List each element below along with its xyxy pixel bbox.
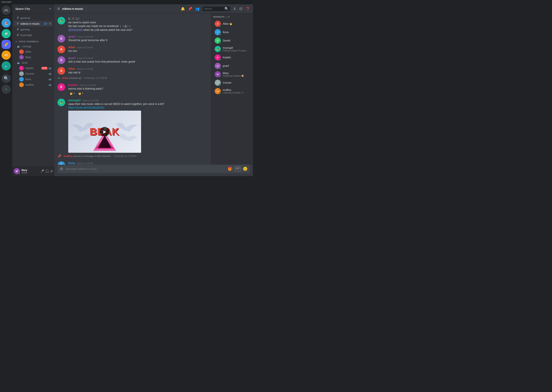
system-user-fiona[interactable]: fiona xyxy=(62,77,68,79)
input-actions: 🎁 GIF 😊 xyxy=(228,167,248,171)
member-avatar-moongirl: 🐢 xyxy=(215,46,221,52)
sidebar-channels: # general # videos-n-music 👤+ ⚙ # gaming… xyxy=(12,14,54,166)
message-author-allan-1[interactable]: Allan xyxy=(68,46,75,49)
message-text-1a: \( ; ▽ ; )／ xyxy=(68,17,208,21)
voice-user-muffins[interactable]: m muffins 📹 xyxy=(14,82,53,87)
server-icon-colorful[interactable]: 🌈 xyxy=(1,40,11,49)
system-msg-text: fiona showed up! Yesterday at 2:38PM xyxy=(62,77,107,79)
message-author-allan-2[interactable]: Allan xyxy=(68,67,75,70)
server-name: Space City xyxy=(15,7,30,10)
message-header-2: gnarf Today at 9:18 AM xyxy=(68,35,208,38)
server-icon-planet[interactable]: 🪐 xyxy=(1,29,11,38)
voice-user-allan[interactable]: A Allan xyxy=(14,49,53,54)
message-2: G gnarf Today at 9:18 AM Should be good … xyxy=(54,35,211,43)
member-name-katelin: Katelin xyxy=(223,56,249,59)
member-status-online-katelin xyxy=(219,59,221,61)
reaction-crown-1[interactable]: 👑 3 xyxy=(68,91,76,96)
member-item-fiona[interactable]: f fiona xyxy=(212,28,251,36)
pin-icon-header[interactable]: 📌 xyxy=(188,7,192,11)
message-author-fiona[interactable]: fiona xyxy=(68,161,75,165)
members-panel: MEMBERS — 9 A Allan 👑 f xyxy=(211,14,253,165)
message-3: A Allan Today at 9:18 AM me too! xyxy=(54,45,211,54)
header-divider xyxy=(86,7,87,11)
member-item-moongirl[interactable]: 🐢 moongirl Playing League of Legends 🎮 xyxy=(212,45,251,53)
emoji-icon[interactable]: 😊 xyxy=(243,167,248,171)
avatar-allan-1: A xyxy=(58,46,65,53)
member-item-allan[interactable]: A Allan 👑 xyxy=(212,20,251,28)
at-icon[interactable]: @ xyxy=(239,7,243,11)
messages-area: 🐢 \( ; ▽ ; )／ we need to watch more the … xyxy=(54,14,211,165)
reaction-crown-2[interactable]: 👑 3 xyxy=(77,91,85,96)
member-item-mary[interactable]: M Mary Streaming Drawing 🎨 xyxy=(212,70,251,78)
sidebar-item-gaming[interactable]: # gaming xyxy=(14,27,53,32)
message-content-10: fiona Today at 9:18 AM wait have you see… xyxy=(68,161,208,165)
message-time-5: Today at 9:18 AM xyxy=(77,68,93,70)
server-bar: 🎮 ⛵ 🪐 🌈 40 🐟 🔍 + xyxy=(0,4,12,176)
message-time-2: Today at 9:18 AM xyxy=(77,35,93,38)
voice-user-fiona[interactable]: f fiona 📹 xyxy=(14,77,53,82)
member-item-katelin[interactable]: K Katelin xyxy=(212,53,251,62)
member-item-muffins[interactable]: m muffins Listening to Spotify 🎵 xyxy=(212,87,251,95)
sidebar-item-videos-n-music[interactable]: # videos-n-music 👤+ ⚙ xyxy=(14,21,53,26)
message-text-1b: we need to watch more xyxy=(68,21,208,25)
reaction-emoji-2: 👑 xyxy=(78,92,81,95)
message-author-moongirl[interactable]: moongirl xyxy=(68,98,80,102)
gift-icon[interactable]: 🎁 xyxy=(228,167,232,171)
server-icon-add[interactable]: + xyxy=(1,84,11,94)
system-message-join: ➜ fiona showed up! Yesterday at 2:38PM xyxy=(54,75,211,81)
message-author-katelin[interactable]: Katelin xyxy=(68,83,78,86)
bell-icon[interactable]: 🔔 xyxy=(181,7,185,11)
system-user-muffins[interactable]: muffins xyxy=(64,155,73,158)
search-box[interactable]: Search 🔍 xyxy=(203,7,230,11)
video-embed[interactable]: BEAK ▶ xyxy=(68,111,141,153)
sidebar-item-general[interactable]: # general xyxy=(14,15,53,21)
sidebar-item-food-fails[interactable]: # food-fails xyxy=(14,32,53,38)
add-attachment-button[interactable]: ⊕ xyxy=(60,166,63,171)
gif-icon[interactable]: GIF xyxy=(235,167,240,171)
avatar-moongirl-2: 🐢 xyxy=(58,98,65,106)
video-icon-fiona: 📹 xyxy=(48,78,51,81)
sidebar-item-lounge[interactable]: 🔈 Lounge xyxy=(14,44,53,49)
youtube-link[interactable]: https://youtu.be/OiDx6aQ928o xyxy=(68,106,104,109)
member-name-mary: Mary xyxy=(223,72,249,75)
system-pin-text: muffins pinned a message to this channel… xyxy=(64,155,137,158)
members-icon[interactable]: 👥 xyxy=(195,7,200,11)
headphones-icon[interactable]: 🎧 xyxy=(45,169,49,173)
reaction-emoji-1: 👑 xyxy=(70,92,73,95)
channel-name: videos-n-music xyxy=(62,7,83,10)
play-button[interactable]: ▶ xyxy=(100,127,109,136)
microphone-icon[interactable]: 🎤 xyxy=(40,169,44,173)
server-icon-discord[interactable]: 🎮 xyxy=(1,6,11,15)
member-activity-mary: Streaming Drawing 🎨 xyxy=(223,75,249,77)
user-settings-icon[interactable]: ⚙ xyxy=(50,169,53,173)
reactions-7: 👑 3 👑 3 xyxy=(68,91,208,96)
server-icon-fish[interactable]: 🐟 xyxy=(1,61,11,70)
message-input[interactable] xyxy=(65,167,225,170)
server-icon-40[interactable]: 40 xyxy=(1,50,11,60)
message-author-gnarf-1[interactable]: gnarf xyxy=(68,35,75,38)
settings-icon[interactable]: ⚙ xyxy=(49,22,51,25)
help-icon[interactable]: ❓ xyxy=(246,7,250,11)
member-item-gnarf[interactable]: G gnarf xyxy=(212,62,251,70)
download-icon[interactable]: ⬇ xyxy=(233,7,236,11)
voice-user-katelin[interactable]: K Katelin LIVE 📹 xyxy=(14,65,53,71)
message-author-gnarf-2[interactable]: gnarf xyxy=(68,56,75,60)
member-item-daniel[interactable]: D Daniel xyxy=(212,36,251,45)
chevron-down-icon: ▼ xyxy=(49,7,51,10)
member-item-conner[interactable]: C Conner xyxy=(212,78,251,87)
add-member-icon[interactable]: 👤+ xyxy=(44,22,48,25)
member-name-conner: Conner xyxy=(223,81,249,84)
member-info-gnarf: gnarf xyxy=(223,64,249,67)
server-name-header[interactable]: Space City ▼ xyxy=(12,4,54,14)
sidebar-item-dnd[interactable]: 🔈 DnD xyxy=(14,60,53,65)
voice-channels-header[interactable]: ▼ VOICE CHANNELS xyxy=(12,38,54,43)
server-icon-boat[interactable]: ⛵ xyxy=(1,18,11,28)
member-status-online-gnarf xyxy=(219,67,221,69)
server-icon-explore[interactable]: 🔍 xyxy=(1,74,11,83)
message-text-7: wanna start a listening party? xyxy=(68,87,208,91)
voice-user-conner[interactable]: C Conner 📹 xyxy=(14,71,53,76)
avatar-fiona-1: F xyxy=(58,161,65,165)
channel-header: # videos-n-music 🔔 📌 👥 Search 🔍 ⬇ @ ❓ xyxy=(54,4,253,14)
voice-user-mary[interactable]: M Mary xyxy=(14,55,53,60)
user-info: Mary #0000 xyxy=(22,169,39,174)
